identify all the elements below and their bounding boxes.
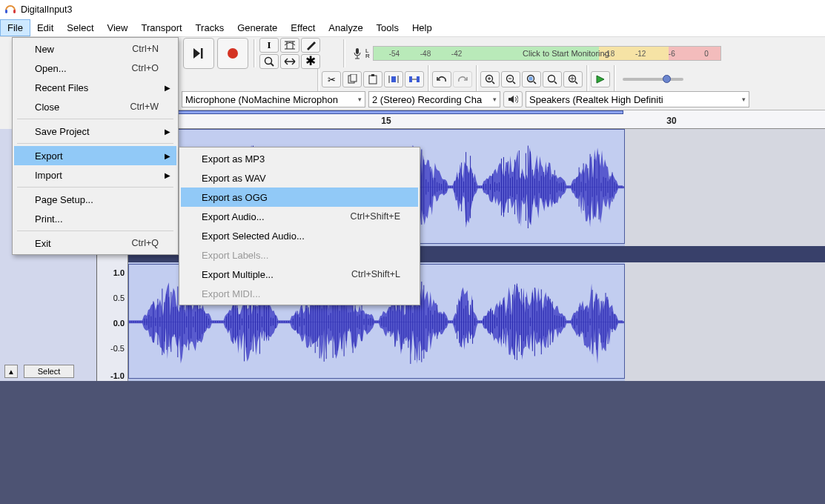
svg-rect-13 [391,76,396,82]
zoom-tool[interactable] [259,54,279,69]
input-device-combo[interactable]: Microphone (NoMachine Microphon ▾ [182,91,365,107]
track-select-button[interactable]: Select [24,365,74,378]
menu-tools[interactable]: Tools [370,19,405,36]
menu-item-export-audio[interactable]: Export Audio...Ctrl+Shift+E [181,207,418,226]
menu-help[interactable]: Help [405,19,439,36]
menu-item-page-setup[interactable]: Page Setup... [14,190,176,209]
menu-item-close[interactable]: CloseCtrl+W [14,97,176,116]
zoom-in-button[interactable] [480,71,500,87]
magnifier-icon [264,56,274,67]
track-collapse-button[interactable]: ▲ [4,365,18,378]
menu-item-import[interactable]: Import▶ [14,165,176,185]
output-device-combo[interactable]: Speakers (Realtek High Definiti ▾ [526,91,749,107]
channels-label: 2 (Stereo) Recording Cha [372,94,482,105]
timeline-ruler[interactable]: 15 30 [97,110,825,129]
submenu-arrow-icon: ▶ [165,152,170,160]
menu-item-export-labels: Export Labels... [181,245,418,265]
timeshift-tool[interactable] [280,54,299,69]
menu-generate[interactable]: Generate [231,19,284,36]
svg-rect-11 [369,76,377,84]
amp-tick: 0.0 [113,319,125,328]
menu-tracks[interactable]: Tracks [189,19,231,36]
amp-tick: 0.5 [113,294,125,302]
menu-effect[interactable]: Effect [284,19,322,36]
menu-label: Export as OGG [202,192,268,203]
menu-label: Export Audio... [202,211,265,222]
trim-button[interactable] [384,71,403,87]
draw-tool[interactable] [301,38,320,53]
svg-rect-6 [356,48,359,54]
menu-transport[interactable]: Transport [134,19,188,36]
ruler-mark: 30 [666,116,676,126]
menu-item-export-ogg[interactable]: Export as OGG [181,188,418,207]
menu-view[interactable]: View [101,19,135,36]
menu-label: Exit [35,238,51,249]
cut-button[interactable]: ✂ [322,71,341,87]
menu-label: Recent Files [35,82,88,93]
lr-label: LR [365,48,370,59]
menubar: File Edit Select View Transport Tracks G… [0,19,825,37]
menu-item-export[interactable]: Export▶ [14,146,176,165]
playback-speed-slider[interactable] [623,78,683,81]
skip-end-button[interactable] [183,38,214,69]
menu-item-export-multiple[interactable]: Export Multiple...Ctrl+Shift+L [181,265,418,284]
selection-tool[interactable]: I [259,38,279,53]
menu-item-new[interactable]: NewCtrl+N [14,39,176,59]
menu-item-export-wav[interactable]: Export as WAV [181,168,418,188]
svg-rect-12 [371,74,374,76]
menu-separator [17,143,173,144]
play-button[interactable] [591,71,610,87]
channels-combo[interactable]: 2 (Stereo) Recording Cha ▾ [368,91,500,107]
speaker-icon [508,95,518,104]
menu-item-export-selected[interactable]: Export Selected Audio... [181,226,418,245]
zoom-toggle-button[interactable] [563,71,583,87]
pencil-icon [305,40,316,50]
menu-label: Close [35,102,59,113]
menu-label: Export [35,150,63,162]
fit-project-button[interactable] [543,71,562,87]
menu-item-print[interactable]: Print... [14,209,176,228]
record-button[interactable] [217,38,248,69]
paste-button[interactable] [363,71,382,87]
svg-line-30 [554,82,557,84]
menu-file[interactable]: File [0,19,30,36]
menu-separator [17,119,173,119]
menu-item-export-mp3[interactable]: Export as MP3 [181,149,418,168]
menu-item-save-project[interactable]: Save Project▶ [14,122,176,141]
copy-button[interactable] [342,71,362,87]
svg-line-5 [271,64,274,67]
submenu-arrow-icon: ▶ [165,127,170,136]
submenu-arrow-icon: ▶ [165,171,170,179]
undo-button[interactable] [432,71,451,87]
copy-icon [347,74,357,84]
meter-tick: -48 [420,50,431,58]
slider-knob[interactable] [663,75,671,83]
app-icon [4,4,16,16]
meter-track[interactable]: -54 -48 -42 Click to Start Monitoring -1… [373,46,721,61]
recording-meter[interactable]: LR -54 -48 -42 Click to Start Monitoring… [352,46,721,61]
redo-icon [457,75,468,84]
menu-item-open[interactable]: Open...Ctrl+O [14,59,176,78]
menu-edit[interactable]: Edit [30,19,60,36]
window-title: DigitalInput3 [21,4,73,15]
menu-item-recent[interactable]: Recent Files▶ [14,78,176,97]
menu-select[interactable]: Select [60,19,100,36]
menu-item-exit[interactable]: ExitCtrl+Q [14,233,176,253]
amp-tick: 1.0 [113,268,125,277]
file-menu-popup: NewCtrl+N Open...Ctrl+O Recent Files▶ Cl… [12,37,179,255]
menu-label: Export as WAV [202,173,266,184]
menu-label: Export Selected Audio... [202,231,305,242]
redo-button[interactable] [453,71,472,87]
menu-analyze[interactable]: Analyze [322,19,369,36]
envelope-tool[interactable] [280,38,299,53]
silence-button[interactable] [405,71,424,87]
divider [254,39,256,67]
zoom-out-button[interactable] [501,71,520,87]
output-device-icon-button[interactable] [503,91,523,107]
fit-selection-button[interactable] [522,71,541,87]
meter-hint: Click to Start Monitoring [523,49,609,58]
svg-rect-2 [201,48,203,59]
multi-tool[interactable]: ✱ [301,54,320,69]
svg-point-3 [228,48,238,59]
menu-accel: Ctrl+Q [132,238,159,248]
